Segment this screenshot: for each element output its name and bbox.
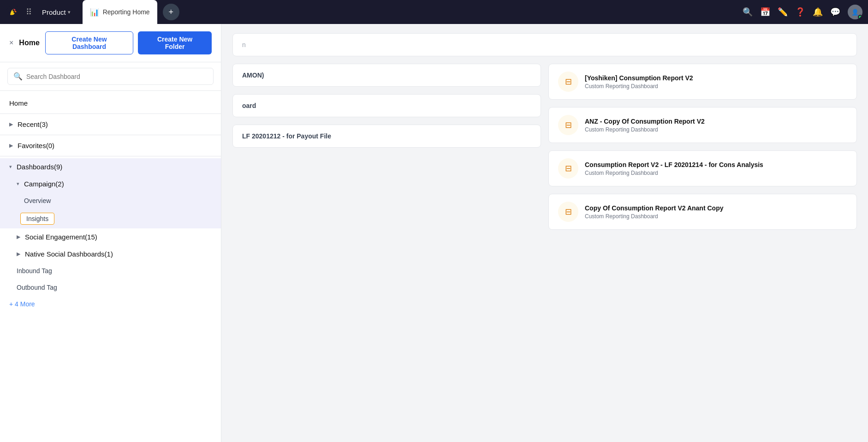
tab-chart-icon: 📊 <box>90 8 99 17</box>
chat-icon[interactable]: 💬 <box>830 7 840 17</box>
card-icon-wrapper-1: ⊟ <box>558 115 578 135</box>
sidebar-item-favorites[interactable]: ▶ Favorites(0) <box>0 137 221 154</box>
search-wrapper: 🔍 <box>7 68 214 85</box>
product-chevron: ▾ <box>68 9 71 15</box>
partial-card-1-title: AMON) <box>242 72 264 79</box>
card-icon-wrapper-0: ⊟ <box>558 72 578 92</box>
outbound-tag-label: Outbound Tag <box>17 284 57 291</box>
main-content: n AMON) oard LF 20201212 - for Payout Fi… <box>221 24 868 442</box>
right-column: ⊟ [Yoshiken] Consumption Report V2 Custo… <box>548 64 857 230</box>
native-social-chevron: ▶ <box>17 251 20 257</box>
top-nav-right: 🔍 📅 ✏️ ❓ 🔔 💬 👤 <box>743 5 862 19</box>
sidebar-title: Home <box>19 39 39 47</box>
search-icon: 🔍 <box>13 72 23 81</box>
reporting-home-tab[interactable]: 📊 Reporting Home <box>83 0 157 24</box>
dashboard-card-0[interactable]: ⊟ [Yoshiken] Consumption Report V2 Custo… <box>548 64 857 100</box>
favorites-chevron: ▶ <box>9 143 13 149</box>
grid-icon[interactable]: ⠿ <box>24 5 34 19</box>
divider-2 <box>0 135 221 135</box>
partial-card-2[interactable]: oard <box>232 94 541 117</box>
sidebar-item-more[interactable]: + 4 More <box>0 296 221 312</box>
sidebar-item-overview[interactable]: Overview <box>0 192 221 209</box>
dashboard-card-1[interactable]: ⊟ ANZ - Copy Of Consumption Report V2 Cu… <box>548 107 857 143</box>
sidebar-item-home[interactable]: Home <box>0 95 221 112</box>
dashboards-section: ▾ Dashboards(9) ▾ Campaign(2) Overview I… <box>0 158 221 228</box>
dashboard-icon-0: ⊟ <box>565 77 572 87</box>
native-social-label: Native Social Dashboards(1) <box>25 250 113 258</box>
dashboard-icon-3: ⊟ <box>565 207 572 217</box>
social-engagement-chevron: ▶ <box>17 234 20 240</box>
header-actions: Create New Dashboard Create New Folder <box>45 31 212 54</box>
bell-icon[interactable]: 🔔 <box>813 7 823 17</box>
product-dropdown[interactable]: Product ▾ <box>37 6 75 19</box>
card-title-3: Copy Of Consumption Report V2 Anant Copy <box>585 204 847 212</box>
left-column: AMON) oard LF 20201212 - for Payout File <box>232 64 541 230</box>
campaign-chevron: ▾ <box>17 181 19 187</box>
partial-card-2-title: oard <box>242 102 256 109</box>
help-icon[interactable]: ❓ <box>795 7 805 17</box>
dashboards-chevron: ▾ <box>9 164 12 170</box>
overview-label: Overview <box>24 197 51 204</box>
card-text-0: [Yoshiken] Consumption Report V2 Custom … <box>585 74 847 90</box>
card-icon-wrapper-3: ⊟ <box>558 202 578 222</box>
social-engagement-label: Social Engagement(15) <box>25 233 97 241</box>
sidebar-nav: Home ▶ Recent(3) ▶ Favorites(0) ▾ Dashbo… <box>0 91 221 316</box>
calendar-icon[interactable]: 📅 <box>760 7 770 17</box>
sidebar-item-campaign[interactable]: ▾ Campaign(2) <box>0 175 221 192</box>
top-nav: ⠿ Product ▾ 📊 Reporting Home + 🔍 📅 ✏️ ❓ … <box>0 0 868 24</box>
sub-header: × Home Create New Dashboard Create New F… <box>0 24 221 62</box>
card-title-0: [Yoshiken] Consumption Report V2 <box>585 74 847 82</box>
sidebar-item-recent[interactable]: ▶ Recent(3) <box>0 116 221 133</box>
card-subtitle-0: Custom Reporting Dashboard <box>585 83 847 90</box>
content-wrapper: × Home Create New Dashboard Create New F… <box>0 24 868 442</box>
app-logo[interactable] <box>6 5 20 19</box>
avatar[interactable]: 👤 <box>848 5 862 19</box>
dashboard-icon-1: ⊟ <box>565 120 572 130</box>
recent-label: Recent(3) <box>18 120 48 128</box>
sidebar-item-native-social[interactable]: ▶ Native Social Dashboards(1) <box>0 245 221 263</box>
main-inner: n AMON) oard LF 20201212 - for Payout Fi… <box>221 24 868 239</box>
create-new-dashboard-button[interactable]: Create New Dashboard <box>45 31 133 54</box>
inbound-tag-label: Inbound Tag <box>17 267 52 275</box>
dashboards-label: Dashboards(9) <box>17 163 62 171</box>
card-text-3: Copy Of Consumption Report V2 Anant Copy… <box>585 204 847 220</box>
sidebar-item-inbound-tag[interactable]: Inbound Tag <box>0 263 221 279</box>
dashboard-card-3[interactable]: ⊟ Copy Of Consumption Report V2 Anant Co… <box>548 194 857 230</box>
card-subtitle-2: Custom Reporting Dashboard <box>585 170 847 176</box>
dashboard-grid: AMON) oard LF 20201212 - for Payout File… <box>232 64 857 230</box>
plus-icon: + <box>168 7 173 17</box>
dashboard-card-2[interactable]: ⊟ Consumption Report V2 - LF 20201214 - … <box>548 150 857 186</box>
sidebar-item-outbound-tag[interactable]: Outbound Tag <box>0 279 221 296</box>
card-icon-wrapper-2: ⊟ <box>558 158 578 179</box>
divider-3 <box>0 156 221 156</box>
online-indicator <box>858 15 862 19</box>
new-tab-button[interactable]: + <box>163 4 179 20</box>
avatar-initials: 👤 <box>851 9 859 16</box>
product-label: Product <box>42 8 66 16</box>
partial-card-3[interactable]: LF 20201212 - for Payout File <box>232 125 541 148</box>
sidebar: × Home Create New Dashboard Create New F… <box>0 24 221 442</box>
create-new-folder-button[interactable]: Create New Folder <box>138 31 212 54</box>
sidebar-item-dashboards[interactable]: ▾ Dashboards(9) <box>0 158 221 175</box>
tab-label: Reporting Home <box>103 8 150 16</box>
recent-chevron: ▶ <box>9 121 13 127</box>
card-subtitle-3: Custom Reporting Dashboard <box>585 213 847 220</box>
search-icon[interactable]: 🔍 <box>743 7 753 17</box>
sidebar-item-insights[interactable]: Insights <box>0 209 221 228</box>
campaign-label: Campaign(2) <box>24 180 64 188</box>
favorites-label: Favorites(0) <box>18 142 54 149</box>
card-text-2: Consumption Report V2 - LF 20201214 - fo… <box>585 161 847 176</box>
edit-icon[interactable]: ✏️ <box>778 7 788 17</box>
card-text-1: ANZ - Copy Of Consumption Report V2 Cust… <box>585 118 847 133</box>
close-button[interactable]: × <box>9 39 13 47</box>
sidebar-item-social-engagement[interactable]: ▶ Social Engagement(15) <box>0 228 221 245</box>
divider-1 <box>0 113 221 114</box>
main-search-bar[interactable]: n <box>232 33 857 56</box>
search-placeholder-text: n <box>242 41 246 48</box>
home-label: Home <box>9 99 28 107</box>
insights-label: Insights <box>20 213 54 225</box>
partial-card-1[interactable]: AMON) <box>232 64 541 87</box>
search-input[interactable] <box>26 73 208 80</box>
card-title-1: ANZ - Copy Of Consumption Report V2 <box>585 118 847 125</box>
card-subtitle-1: Custom Reporting Dashboard <box>585 126 847 133</box>
